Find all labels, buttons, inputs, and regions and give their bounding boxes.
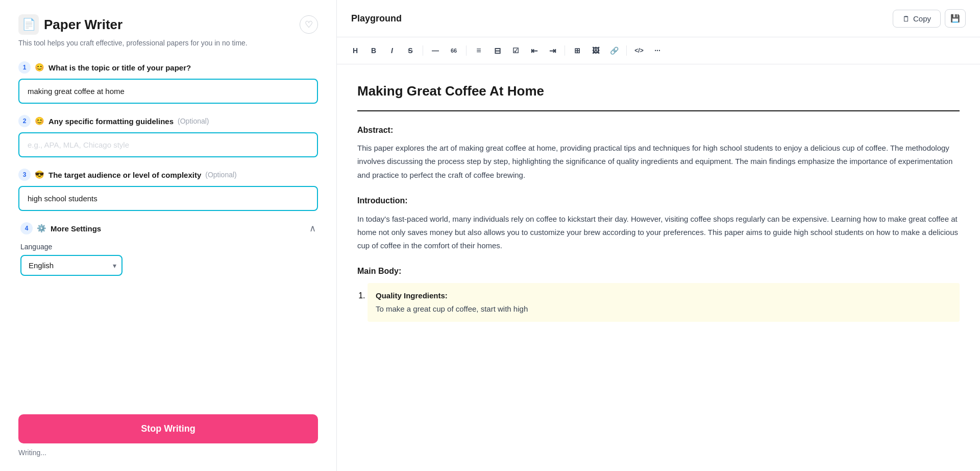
image-button[interactable]: 🖼 <box>587 42 604 59</box>
topic-section: 1 😊 What is the topic or title of your p… <box>18 61 318 104</box>
quote-button[interactable]: 66 <box>446 42 462 59</box>
toolbar-divider-1 <box>423 45 423 56</box>
save-button[interactable]: 💾 <box>945 9 966 28</box>
app-title: Paper Writer <box>44 17 122 33</box>
topic-emoji: 😊 <box>35 63 44 72</box>
more-settings-label: More Settings <box>51 224 101 233</box>
formatting-emoji: 😊 <box>35 116 44 126</box>
more-settings-toggle[interactable]: 4 ⚙️ More Settings ∧ <box>18 222 318 234</box>
playground-header: Playground 🗒 Copy 💾 <box>337 0 980 37</box>
abstract-content: This paper explores the art of making gr… <box>357 142 960 182</box>
chevron-up-icon: ∧ <box>309 223 316 234</box>
document-title: Making Great Coffee At Home <box>357 81 960 111</box>
code-button[interactable]: </> <box>631 42 647 59</box>
formatting-optional: (Optional) <box>178 117 209 125</box>
table-button[interactable]: ⊞ <box>569 42 585 59</box>
copy-icon: 🗒 <box>902 14 910 23</box>
strikethrough-button[interactable]: S <box>402 42 419 59</box>
toolbar-divider-3 <box>565 45 565 56</box>
introduction-content: In today's fast-paced world, many indivi… <box>357 213 960 253</box>
heading-button[interactable]: H <box>347 42 363 59</box>
language-select[interactable]: English Spanish French German Chinese Ja… <box>20 255 122 276</box>
save-icon: 💾 <box>950 14 960 23</box>
audience-input[interactable] <box>18 186 318 211</box>
align-right-button[interactable]: ⇥ <box>544 42 560 59</box>
audience-section: 3 😎 The target audience or level of comp… <box>18 169 318 211</box>
italic-button[interactable]: I <box>384 42 400 59</box>
highlighted-item-1: Quality Ingredients: To make a great cup… <box>368 283 960 322</box>
app-title-row: 📄 Paper Writer <box>18 14 122 35</box>
bold-button[interactable]: B <box>365 42 382 59</box>
right-panel: Playground 🗒 Copy 💾 H B I S — 66 ≡ ⊟ ☑ ⇤… <box>337 0 980 471</box>
abstract-heading: Abstract: <box>357 124 960 137</box>
step-4-number: 4 <box>20 222 33 234</box>
heart-icon: ♡ <box>305 19 313 30</box>
more-button[interactable]: ··· <box>649 42 666 59</box>
writing-status: Writing... <box>18 449 318 457</box>
more-settings-title: 4 ⚙️ More Settings <box>20 222 101 234</box>
step-3-number: 3 <box>18 169 31 181</box>
topic-label-text: What is the topic or title of your paper… <box>48 63 191 72</box>
language-label: Language <box>20 243 316 251</box>
link-button[interactable]: 🔗 <box>606 42 622 59</box>
left-panel: 📄 Paper Writer ♡ This tool helps you cra… <box>0 0 337 471</box>
step-2-number: 2 <box>18 115 31 127</box>
align-left-button[interactable]: ⇤ <box>526 42 542 59</box>
settings-content: Language English Spanish French German C… <box>18 243 318 276</box>
formatting-label-text: Any specific formatting guidelines <box>48 117 174 126</box>
step-1-number: 1 <box>18 61 31 74</box>
favorite-button[interactable]: ♡ <box>300 15 318 34</box>
checkbox-button[interactable]: ☑ <box>507 42 524 59</box>
formatting-label: 2 😊 Any specific formatting guidelines (… <box>18 115 318 127</box>
audience-emoji: 😎 <box>35 170 44 179</box>
app-icon: 📄 <box>18 14 39 35</box>
topic-label: 1 😊 What is the topic or title of your p… <box>18 61 318 74</box>
toolbar-divider-2 <box>466 45 467 56</box>
audience-optional: (Optional) <box>205 171 236 179</box>
app-header: 📄 Paper Writer ♡ <box>18 14 318 35</box>
divider-button[interactable]: — <box>427 42 444 59</box>
audience-label-text: The target audience or level of complexi… <box>48 171 201 179</box>
ordered-list-button[interactable]: ⊟ <box>489 42 505 59</box>
editor-toolbar: H B I S — 66 ≡ ⊟ ☑ ⇤ ⇥ ⊞ 🖼 🔗 </> ··· <box>337 37 980 64</box>
copy-button[interactable]: 🗒 Copy <box>893 10 941 28</box>
introduction-heading: Introduction: <box>357 194 960 207</box>
content-area[interactable]: Making Great Coffee At Home Abstract: Th… <box>337 64 980 471</box>
list-item: Quality Ingredients: To make a great cup… <box>368 283 960 322</box>
toolbar-divider-4 <box>626 45 627 56</box>
settings-emoji: ⚙️ <box>37 224 46 233</box>
formatting-input[interactable] <box>18 132 318 157</box>
main-body-heading: Main Body: <box>357 265 960 278</box>
item-1-content: Quality Ingredients: To make a great cup… <box>376 289 951 316</box>
copy-label: Copy <box>913 14 931 23</box>
more-settings-section: 4 ⚙️ More Settings ∧ Language English Sp… <box>18 222 318 288</box>
language-select-wrapper: English Spanish French German Chinese Ja… <box>20 255 122 276</box>
stop-writing-button[interactable]: Stop Writing <box>18 414 318 443</box>
audience-label: 3 😎 The target audience or level of comp… <box>18 169 318 181</box>
formatting-section: 2 😊 Any specific formatting guidelines (… <box>18 115 318 157</box>
playground-title: Playground <box>351 13 402 24</box>
main-body-list: Quality Ingredients: To make a great cup… <box>357 283 960 322</box>
item-1-text: To make a great cup of coffee, start wit… <box>376 304 528 313</box>
item-1-label: Quality Ingredients: <box>376 291 448 300</box>
bullet-list-button[interactable]: ≡ <box>471 42 487 59</box>
app-subtitle: This tool helps you craft effective, pro… <box>18 39 318 47</box>
topic-input[interactable] <box>18 79 318 104</box>
